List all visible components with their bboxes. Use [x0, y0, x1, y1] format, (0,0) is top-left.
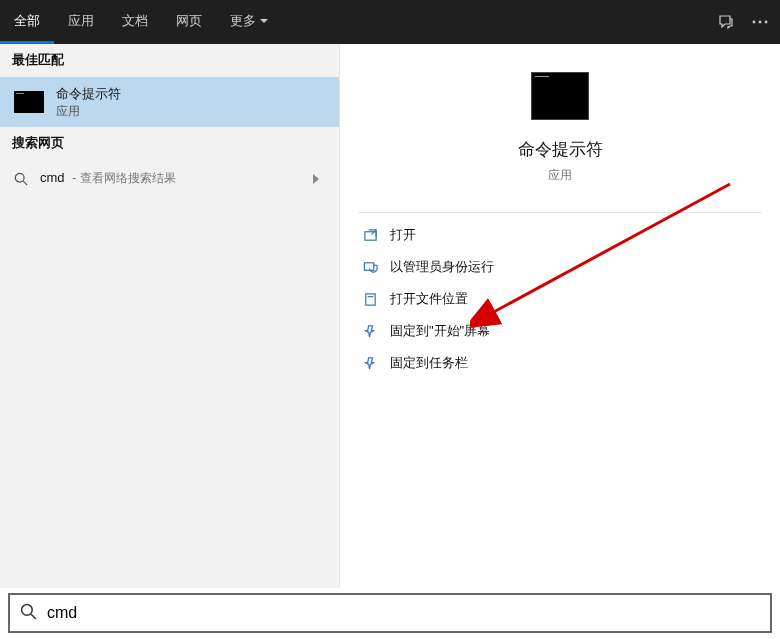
- tab-more-label: 更多: [230, 12, 256, 30]
- detail-card: 命令提示符 应用 打开: [358, 64, 762, 379]
- svg-point-2: [765, 21, 768, 24]
- search-topbar: 全部 应用 文档 网页 更多: [0, 0, 780, 44]
- web-search-row[interactable]: cmd - 查看网络搜索结果: [0, 160, 339, 197]
- web-query-text: cmd - 查看网络搜索结果: [40, 170, 176, 187]
- search-web-header: 搜索网页: [0, 127, 339, 160]
- svg-point-0: [753, 21, 756, 24]
- tab-web[interactable]: 网页: [162, 0, 216, 44]
- web-query: cmd: [40, 170, 65, 185]
- filter-tabs: 全部 应用 文档 网页 更多: [0, 0, 282, 44]
- search-icon: [14, 172, 28, 186]
- action-open-location[interactable]: 打开文件位置: [358, 283, 762, 315]
- feedback-icon[interactable]: [718, 14, 734, 30]
- action-run-admin[interactable]: 以管理员身份运行: [358, 251, 762, 283]
- divider: [358, 212, 762, 213]
- svg-point-9: [22, 604, 33, 615]
- pin-taskbar-icon: [362, 355, 378, 371]
- tab-docs[interactable]: 文档: [108, 0, 162, 44]
- action-run-admin-label: 以管理员身份运行: [390, 258, 494, 276]
- action-pin-start-label: 固定到"开始"屏幕: [390, 322, 490, 340]
- svg-rect-7: [365, 293, 374, 304]
- result-subtitle: 应用: [56, 104, 121, 119]
- action-open-location-label: 打开文件位置: [390, 290, 468, 308]
- search-input[interactable]: [47, 604, 760, 622]
- detail-title: 命令提示符: [518, 138, 603, 161]
- web-row-left: cmd - 查看网络搜索结果: [14, 170, 176, 187]
- web-query-sub: - 查看网络搜索结果: [72, 171, 175, 185]
- action-pin-start[interactable]: 固定到"开始"屏幕: [358, 315, 762, 347]
- svg-point-3: [15, 173, 24, 182]
- detail-subtitle: 应用: [548, 167, 572, 184]
- chevron-right-icon: [313, 174, 319, 184]
- search-bar[interactable]: [8, 593, 772, 633]
- tab-all[interactable]: 全部: [0, 0, 54, 44]
- pin-icon: [362, 323, 378, 339]
- detail-header: 命令提示符 应用: [358, 64, 762, 202]
- results-panel: 最佳匹配 命令提示符 应用 搜索网页 cmd - 查看网络搜索结果: [0, 44, 340, 588]
- more-icon[interactable]: [752, 20, 768, 24]
- chevron-down-icon: [260, 19, 268, 23]
- search-icon: [20, 603, 37, 624]
- svg-rect-5: [364, 231, 375, 239]
- svg-line-4: [23, 181, 27, 185]
- svg-point-1: [759, 21, 762, 24]
- open-icon: [362, 227, 378, 243]
- action-pin-taskbar[interactable]: 固定到任务栏: [358, 347, 762, 379]
- cmd-icon: [14, 91, 44, 113]
- panels: 最佳匹配 命令提示符 应用 搜索网页 cmd - 查看网络搜索结果: [0, 44, 780, 588]
- best-match-header: 最佳匹配: [0, 44, 339, 77]
- svg-line-10: [31, 614, 36, 619]
- result-title: 命令提示符: [56, 85, 121, 103]
- shield-icon: [362, 259, 378, 275]
- result-text: 命令提示符 应用: [56, 85, 121, 119]
- tab-apps[interactable]: 应用: [54, 0, 108, 44]
- result-cmd[interactable]: 命令提示符 应用: [0, 77, 339, 127]
- action-list: 打开 以管理员身份运行 打开文件位置: [358, 219, 762, 379]
- action-pin-taskbar-label: 固定到任务栏: [390, 354, 468, 372]
- topbar-right: [718, 14, 768, 30]
- folder-icon: [362, 291, 378, 307]
- tab-more[interactable]: 更多: [216, 0, 282, 44]
- action-open[interactable]: 打开: [358, 219, 762, 251]
- action-open-label: 打开: [390, 226, 416, 244]
- cmd-large-icon: [531, 72, 589, 120]
- detail-panel: 命令提示符 应用 打开: [340, 44, 780, 588]
